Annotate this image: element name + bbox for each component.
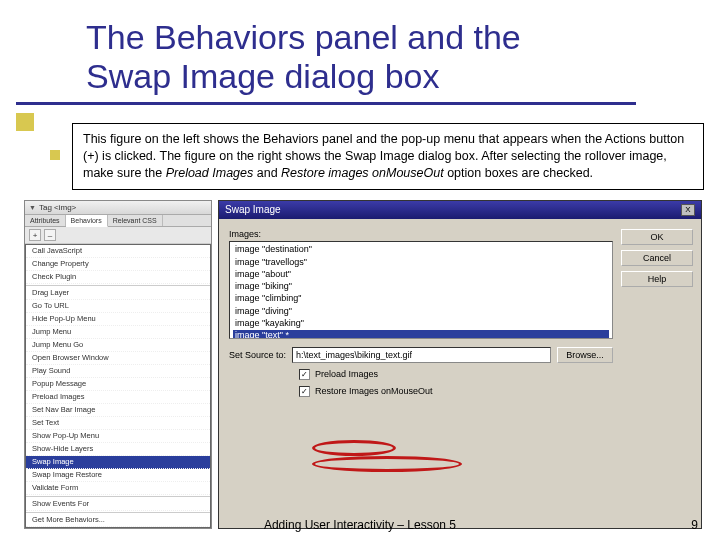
menu-item[interactable]: Check Plugin	[26, 271, 210, 284]
menu-item[interactable]: Show Pop-Up Menu	[26, 430, 210, 443]
list-item[interactable]: image "destination"	[233, 244, 609, 256]
menu-item[interactable]: Validate Form	[26, 482, 210, 495]
annotation-oval-preload	[312, 440, 396, 456]
add-behavior-button[interactable]: +	[29, 229, 41, 241]
list-item[interactable]: image "climbing"	[233, 293, 609, 305]
preload-label: Preload Images	[315, 369, 378, 379]
para-text-mid: and	[257, 166, 281, 180]
slide-title: The Behaviors panel and the Swap Image d…	[0, 0, 720, 102]
restore-checkbox-row: ✓ Restore Images onMouseOut	[299, 386, 613, 397]
menu-item[interactable]: Preload Images	[26, 391, 210, 404]
restore-checkbox[interactable]: ✓	[299, 386, 310, 397]
menu-item[interactable]: Jump Menu Go	[26, 339, 210, 352]
menu-item[interactable]: Set Nav Bar Image	[26, 404, 210, 417]
menu-item[interactable]: Swap Image Restore	[26, 469, 210, 482]
browse-button[interactable]: Browse...	[557, 347, 613, 363]
dialog-right-column: OK Cancel Help	[621, 229, 693, 518]
menu-item[interactable]: Change Property	[26, 258, 210, 271]
list-item[interactable]: image "biking"	[233, 281, 609, 293]
list-item[interactable]: image "kayaking"	[233, 317, 609, 329]
annotation-oval-restore	[312, 456, 462, 472]
remove-behavior-button[interactable]: –	[44, 229, 56, 241]
dialog-titlebar: Swap Image X	[219, 201, 701, 219]
para-italic-1: Preload Images	[166, 166, 254, 180]
disclosure-triangle-icon[interactable]: ▼	[29, 204, 36, 211]
dialog-body: Images: image "destination"image "travel…	[219, 219, 701, 528]
menu-item[interactable]: Set Text	[26, 417, 210, 430]
panel-tabs: Attributes Behaviors Relevant CSS	[25, 215, 211, 227]
behaviors-panel: ▼ Tag <img> Attributes Behaviors Relevan…	[24, 200, 212, 529]
figure-row: ▼ Tag <img> Attributes Behaviors Relevan…	[24, 200, 704, 529]
title-underline	[16, 102, 636, 105]
preload-checkbox[interactable]: ✓	[299, 369, 310, 380]
actions-popup-menu: Call JavaScriptChange PropertyCheck Plug…	[25, 244, 211, 528]
title-line-1: The Behaviors panel and the	[86, 18, 521, 56]
footer-text: Adding User Interactivity – Lesson 5	[264, 518, 456, 532]
restore-label: Restore Images onMouseOut	[315, 386, 433, 396]
title-line-2: Swap Image dialog box	[86, 57, 439, 95]
page-number: 9	[691, 518, 698, 532]
bullet-square	[50, 150, 60, 160]
swap-image-dialog: Swap Image X Images: image "destination"…	[218, 200, 702, 529]
menu-item[interactable]: Open Browser Window	[26, 352, 210, 365]
menu-item[interactable]: Jump Menu	[26, 326, 210, 339]
list-item[interactable]: image "about"	[233, 268, 609, 280]
images-listbox[interactable]: image "destination"image "travellogs"ima…	[229, 241, 613, 339]
menu-item[interactable]: Call JavaScript	[26, 245, 210, 258]
ok-button[interactable]: OK	[621, 229, 693, 245]
menu-item[interactable]: Show Events For	[26, 498, 210, 511]
slide-footer: Adding User Interactivity – Lesson 5	[0, 518, 720, 532]
para-italic-2: Restore images onMouseOut	[281, 166, 444, 180]
slide-accent-square	[16, 113, 34, 131]
images-label: Images:	[229, 229, 613, 239]
body-paragraph: This figure on the left shows the Behavi…	[72, 123, 704, 190]
menu-item[interactable]: Swap Image	[26, 456, 210, 469]
menu-item[interactable]: Drag Layer	[26, 287, 210, 300]
list-item[interactable]: image "text" *	[233, 330, 609, 339]
dialog-left-column: Images: image "destination"image "travel…	[229, 229, 613, 518]
menu-item[interactable]: Hide Pop-Up Menu	[26, 313, 210, 326]
panel-titlebar: ▼ Tag <img>	[25, 201, 211, 215]
help-button[interactable]: Help	[621, 271, 693, 287]
tab-behaviors[interactable]: Behaviors	[66, 215, 108, 227]
panel-title-text: Tag <img>	[39, 203, 76, 212]
menu-item[interactable]: Show-Hide Layers	[26, 443, 210, 456]
tab-attributes[interactable]: Attributes	[25, 215, 66, 226]
source-label: Set Source to:	[229, 350, 286, 360]
close-button[interactable]: X	[681, 204, 695, 216]
para-text-2: option boxes are checked.	[447, 166, 593, 180]
dialog-title-text: Swap Image	[225, 204, 281, 215]
menu-item[interactable]: Go To URL	[26, 300, 210, 313]
cancel-button[interactable]: Cancel	[621, 250, 693, 266]
source-input[interactable]: h:\text_images\biking_text.gif	[292, 347, 551, 363]
preload-checkbox-row: ✓ Preload Images	[299, 369, 613, 380]
menu-item[interactable]: Popup Message	[26, 378, 210, 391]
tab-relevant-css[interactable]: Relevant CSS	[108, 215, 163, 226]
menu-item[interactable]: Play Sound	[26, 365, 210, 378]
panel-toolbar: + –	[25, 227, 211, 244]
list-item[interactable]: image "diving"	[233, 305, 609, 317]
source-row: Set Source to: h:\text_images\biking_tex…	[229, 347, 613, 363]
list-item[interactable]: image "travellogs"	[233, 256, 609, 268]
